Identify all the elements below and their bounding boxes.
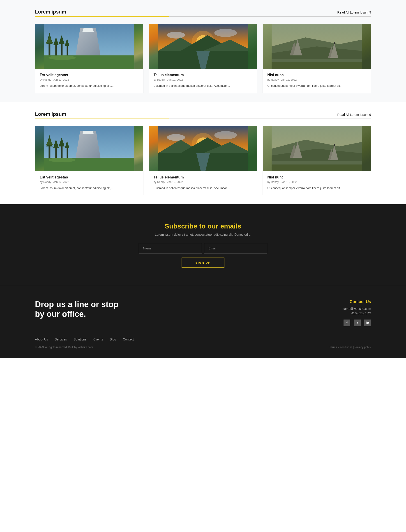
section2-title: Lorem ipsum [35,111,66,117]
card-3-image-svg [263,24,371,69]
card-2-image [149,24,257,69]
sign-up-button[interactable]: SIGN UP [181,258,224,268]
social-icons: f t in [342,320,371,326]
privacy-link[interactable]: Privacy policy [355,346,371,349]
subscribe-title: Subscribe to our emails [35,222,371,230]
svg-point-21 [167,32,185,39]
card-3-image [263,24,371,69]
card-2-image-svg [149,24,257,69]
section1-divider [35,16,371,17]
section2-divider [35,119,371,119]
email-input[interactable] [204,243,267,253]
card-6-image-svg [263,126,371,171]
svg-rect-6 [55,44,57,56]
terms-link[interactable]: Terms & conditions [329,346,352,349]
svg-rect-10 [66,45,68,56]
card-1-title: Est velit egestas [40,73,139,77]
card-3-meta: by Randy | Jan 12, 2022 [267,78,366,81]
section1-cards-grid: Est velit egestas by Randy | Jan 12, 202… [35,24,371,93]
card-6-body: Nisl nunc by Randy | Jan 12, 2022 Ut con… [263,171,371,195]
nav-solutions[interactable]: Solutions [73,337,87,341]
subscribe-section: Subscribe to our emails Lorem ipsum dolo… [0,204,406,286]
svg-marker-67 [272,164,362,171]
card-1: Est velit egestas by Randy | Jan 12, 202… [35,24,144,93]
card-5-meta: by Randy | Jan 12, 2022 [154,181,253,184]
section2-cards-grid: Est velit egestas by Randy | Jan 12, 202… [35,126,371,196]
subscribe-description: Lorem ipsum dolor sit amet, consectetuer… [35,233,371,236]
card-1-excerpt: Lorem ipsum dolor sit amet, consectetur … [40,84,139,88]
card-6-meta: by Randy | Jan 12, 2022 [267,181,366,184]
svg-point-56 [214,131,237,139]
svg-rect-40 [55,147,57,158]
svg-rect-8 [61,43,63,56]
svg-point-12 [49,56,76,60]
card-1-image [35,24,143,69]
contact-us-title: Contact Us [342,300,371,304]
legal-links: Terms & conditions | Privacy policy [329,346,371,349]
card-5-body: Tellus elementum by Randy | Jan 12, 2022… [149,171,257,195]
card-4-body: Est velit egestas by Randy | Jan 12, 202… [35,171,143,195]
twitter-icon[interactable]: t [354,320,361,326]
card-4-excerpt: Lorem ipsum dolor sit amet, consectetur … [40,186,139,190]
section2-read-all[interactable]: Read All Lorem Ipsum 9 [337,113,371,117]
card-5-image-svg [149,126,257,171]
card-4: Est velit egestas by Randy | Jan 12, 202… [35,126,144,196]
card-6-excerpt: Ut consequat semper viverra nam libero j… [267,186,366,190]
card-3-excerpt: Ut consequat semper viverra nam libero j… [267,84,366,88]
svg-marker-47 [82,131,94,134]
card-2-excerpt: Euismod in pellentesque massa placerat d… [154,84,253,88]
contact-email: name@website.com [342,307,371,310]
svg-rect-42 [61,145,63,158]
card-2: Tellus elementum by Randy | Jan 12, 2022… [149,24,257,93]
footer-contact: Contact Us name@website.com 410-591-7849… [342,300,371,326]
card-5-image [149,126,257,171]
footer: Drop us a line or stop by our office. Co… [0,286,406,358]
card-6-title: Nisl nunc [267,175,366,179]
copyright-text: © 2023. All rights reserved. Built by we… [35,346,93,349]
facebook-icon[interactable]: f [343,320,350,326]
linkedin-icon[interactable]: in [364,320,371,326]
card-1-image-svg [35,24,143,69]
card-3-title: Nisl nunc [267,73,366,77]
nav-blog[interactable]: Blog [110,337,116,341]
blog-section-2: Lorem ipsum Read All Lorem Ipsum 9 [0,102,406,205]
footer-nav: About Us Services Solutions Clients Blog… [35,337,371,341]
card-4-title: Est velit egestas [40,175,139,179]
card-2-body: Tellus elementum by Randy | Jan 12, 2022… [149,69,257,93]
card-6: Nisl nunc by Randy | Jan 12, 2022 Ut con… [262,126,371,196]
nav-services[interactable]: Services [55,337,67,341]
nav-clients[interactable]: Clients [93,337,103,341]
card-3: Nisl nunc by Randy | Jan 12, 2022 Ut con… [262,24,371,93]
nav-contact[interactable]: Contact [123,337,134,341]
section1-read-all[interactable]: Read All Lorem Ipsum 9 [337,11,371,14]
card-1-meta: by Randy | Jan 12, 2022 [40,78,139,81]
section1-header: Lorem ipsum Read All Lorem Ipsum 9 [35,9,371,15]
svg-point-55 [167,134,185,141]
contact-phone: 410-591-7849 [342,311,371,315]
card-4-meta: by Randy | Jan 12, 2022 [40,181,139,184]
card-4-image-svg [35,126,143,171]
svg-rect-32 [334,42,335,44]
section1-title: Lorem ipsum [35,9,66,15]
card-2-meta: by Randy | Jan 12, 2022 [154,78,253,81]
subscribe-form [35,243,371,253]
card-2-title: Tellus elementum [154,73,253,77]
svg-rect-44 [66,147,68,158]
blog-section-1: Lorem ipsum Read All Lorem Ipsum 9 [0,0,406,102]
card-3-body: Nisl nunc by Randy | Jan 12, 2022 Ut con… [263,69,371,93]
footer-tagline: Drop us a line or stop by our office. [35,300,125,319]
section2-header: Lorem ipsum Read All Lorem Ipsum 9 [35,111,371,117]
svg-point-46 [49,158,76,162]
card-1-body: Est velit egestas by Randy | Jan 12, 202… [35,69,143,93]
card-4-image [35,126,143,171]
footer-content: Drop us a line or stop by our office. Co… [35,300,371,326]
svg-marker-33 [272,62,362,69]
nav-about-us[interactable]: About Us [35,337,48,341]
card-6-image [263,126,371,171]
footer-bottom-bar: © 2023. All rights reserved. Built by we… [35,346,371,349]
card-5-title: Tellus elementum [154,175,253,179]
name-input[interactable] [139,243,202,253]
svg-point-22 [214,29,237,37]
svg-rect-66 [334,144,335,146]
card-5: Tellus elementum by Randy | Jan 12, 2022… [149,126,257,196]
